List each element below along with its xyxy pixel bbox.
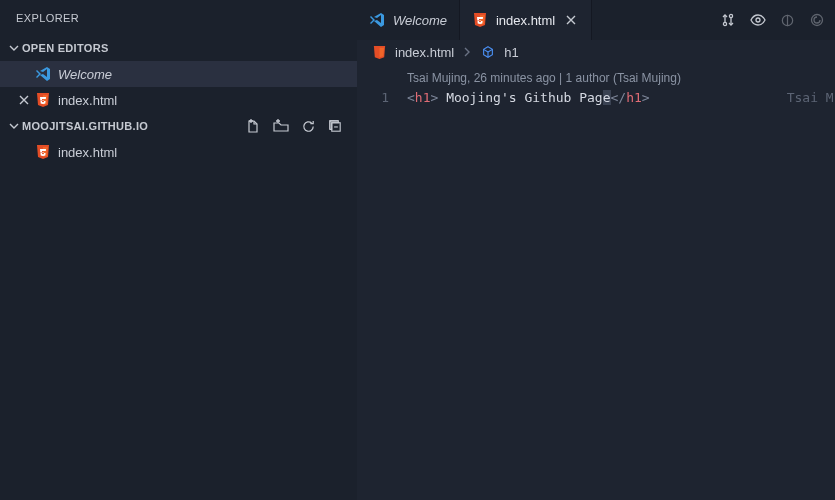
new-folder-icon[interactable] bbox=[273, 118, 289, 134]
line-number: 1 bbox=[357, 88, 397, 108]
code-editor[interactable]: Tsai Mujing, 26 minutes ago | 1 author (… bbox=[357, 64, 835, 500]
split-editor-icon[interactable] bbox=[780, 13, 795, 28]
chevron-down-icon bbox=[6, 120, 22, 132]
code-line: <h1> Moojing's Github Page</h1> bbox=[407, 88, 650, 108]
symbol-cube-icon bbox=[480, 44, 496, 60]
html-file-icon bbox=[34, 91, 52, 109]
collapse-all-icon[interactable] bbox=[328, 118, 343, 134]
open-editor-item[interactable]: index.html bbox=[0, 87, 357, 113]
tab-welcome[interactable]: Welcome bbox=[357, 0, 460, 40]
run-preview-icon[interactable] bbox=[750, 12, 766, 28]
refresh-icon[interactable] bbox=[301, 118, 316, 134]
tab-label: index.html bbox=[496, 13, 555, 28]
tab-label: Welcome bbox=[393, 13, 447, 28]
editor-area: Welcome index.html bbox=[357, 0, 835, 500]
close-icon[interactable] bbox=[16, 94, 32, 106]
workspace-folder-row[interactable]: MOOJITSAI.GITHUB.IO bbox=[0, 113, 357, 139]
explorer-sidebar: EXPLORER OPEN EDITORS Welcome index.html… bbox=[0, 0, 357, 500]
file-item[interactable]: index.html bbox=[0, 139, 357, 165]
chevron-right-icon bbox=[462, 47, 472, 57]
git-codelens[interactable]: Tsai Mujing, 26 minutes ago | 1 author (… bbox=[407, 68, 681, 88]
folder-name: MOOJITSAI.GITHUB.IO bbox=[22, 120, 245, 132]
open-editor-label: Welcome bbox=[58, 67, 112, 82]
new-file-icon[interactable] bbox=[245, 118, 261, 134]
close-icon[interactable] bbox=[563, 12, 579, 28]
html-file-icon bbox=[472, 12, 488, 28]
svg-point-3 bbox=[756, 18, 760, 22]
open-editor-item[interactable]: Welcome bbox=[0, 61, 357, 87]
sidebar-title: EXPLORER bbox=[0, 0, 357, 35]
more-actions-icon[interactable] bbox=[809, 12, 825, 28]
file-label: index.html bbox=[58, 145, 117, 160]
open-editor-label: index.html bbox=[58, 93, 117, 108]
vscode-icon bbox=[34, 65, 52, 83]
svg-point-1 bbox=[723, 22, 726, 25]
tab-bar: Welcome index.html bbox=[357, 0, 835, 40]
open-editors-label: OPEN EDITORS bbox=[22, 42, 109, 54]
inline-blame: Tsai Mujin bbox=[787, 88, 835, 108]
svg-point-2 bbox=[729, 14, 732, 17]
html-file-icon bbox=[371, 44, 387, 60]
open-editors-heading[interactable]: OPEN EDITORS bbox=[0, 35, 357, 61]
html-file-icon bbox=[34, 143, 52, 161]
tab-index-html[interactable]: index.html bbox=[460, 0, 592, 40]
vscode-icon bbox=[369, 12, 385, 28]
breadcrumb-file: index.html bbox=[395, 45, 454, 60]
compare-changes-icon[interactable] bbox=[720, 12, 736, 28]
breadcrumb-symbol: h1 bbox=[504, 45, 518, 60]
chevron-down-icon bbox=[6, 42, 22, 54]
tab-actions bbox=[710, 0, 835, 40]
breadcrumbs[interactable]: index.html h1 bbox=[357, 40, 835, 64]
